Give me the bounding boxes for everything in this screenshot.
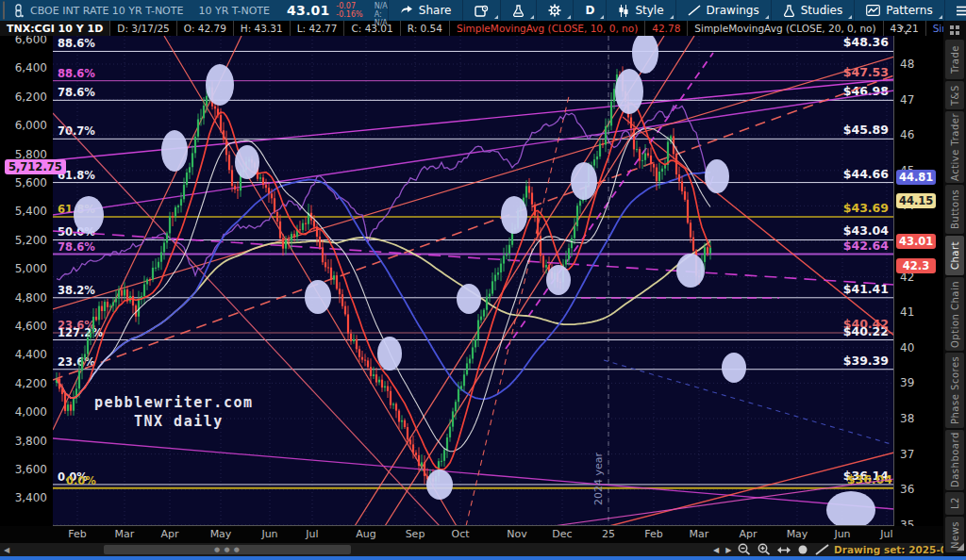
sidebar-tab-trade[interactable]: Trade xyxy=(945,40,964,79)
candle-body xyxy=(101,306,103,311)
candle-body xyxy=(327,267,329,268)
caret xyxy=(530,15,534,19)
ellipse-drawing xyxy=(632,36,658,74)
candle-body xyxy=(206,96,208,106)
candle-body xyxy=(223,130,225,140)
candle-body xyxy=(356,339,358,350)
more-list-button[interactable] xyxy=(944,0,966,21)
candle-body xyxy=(175,207,176,217)
symbol-selector[interactable]: TNX:CGI ▼ xyxy=(3,1,5,20)
candle-body xyxy=(534,205,536,216)
scrollbar-handle[interactable]: ● ● ● xyxy=(104,545,351,554)
pan-right-icon[interactable]: ▶ xyxy=(725,546,731,554)
candle-body xyxy=(661,169,663,172)
ellipse-drawing xyxy=(74,196,104,234)
fib-pct-label: 88.6% xyxy=(58,67,95,80)
candle-body xyxy=(599,143,601,156)
sidebar-tab-dashboard[interactable]: Dashboard xyxy=(945,430,964,490)
candle-body xyxy=(469,359,471,364)
fib-price-label: $45.89 xyxy=(843,123,889,137)
studies-button[interactable]: Studies xyxy=(771,0,855,21)
candle-body xyxy=(98,306,100,321)
price-chart[interactable]: 88.6%$48.3688.6%$47.5378.6%$46.9870.7%$4… xyxy=(53,36,894,526)
ellipse-drawing xyxy=(457,284,481,314)
candle-body xyxy=(443,450,445,461)
pan-left-icon[interactable]: ◀ xyxy=(713,546,719,554)
left-axis-tick: 5,400 xyxy=(15,205,47,218)
candle-body xyxy=(576,206,578,226)
collapse-statusbar-icon[interactable] xyxy=(898,22,910,40)
month-label: Mar xyxy=(683,528,715,540)
drawings-button[interactable]: Drawings xyxy=(675,0,771,21)
candle-body xyxy=(387,387,389,391)
month-label: Jun xyxy=(254,528,286,540)
status-high: H: 43.31 xyxy=(234,21,291,36)
candle-body xyxy=(593,159,595,165)
candle-body xyxy=(336,275,338,288)
fib-pct-label: 0.0% xyxy=(66,474,96,487)
left-axis-tick: 5,600 xyxy=(15,176,47,189)
scroll-left-arrow[interactable]: ◀ xyxy=(4,546,9,554)
right-axis-tick: 47 xyxy=(900,93,914,107)
sidebar-tab-option-chain[interactable]: Option Chain xyxy=(945,277,964,351)
sma20-study-label[interactable]: SimpleMovingAvg (CLOSE, 20, 0, no) xyxy=(688,21,883,36)
sidebar-tab-chart[interactable]: Chart xyxy=(945,236,964,275)
share-button[interactable]: Share xyxy=(388,0,463,21)
candle-body xyxy=(681,181,683,191)
candle-body xyxy=(500,264,502,272)
sma10-study-label[interactable]: SimpleMovingAvg (CLOSE, 10, 0, no) xyxy=(450,21,645,36)
chart-plot-area[interactable]: 88.6%$48.3688.6%$47.5378.6%$46.9870.7%$4… xyxy=(53,36,894,526)
candle-body xyxy=(169,216,171,233)
price-bubble: 42.3 xyxy=(896,258,936,273)
candle-body xyxy=(418,455,420,466)
candle-body xyxy=(172,216,174,217)
chart-scrollbar-row: ◀ ● ● ● ◀ ▶ Drawing set: 2025-0307 xyxy=(0,543,943,556)
candle-body xyxy=(449,427,451,437)
analysis-tools-button[interactable] xyxy=(500,0,536,21)
candle-body xyxy=(613,89,615,101)
left-axis-tick: 4,000 xyxy=(15,405,47,419)
status-low: L: 42.77 xyxy=(291,21,345,36)
resize-grip[interactable] xyxy=(957,543,964,551)
candle-body xyxy=(107,302,108,307)
month-label: Apr xyxy=(154,528,186,540)
sma100-line xyxy=(57,238,710,398)
candle-body xyxy=(322,247,324,262)
candle-body xyxy=(630,118,632,128)
candle-body xyxy=(350,334,352,341)
sidebar-tab-active-trader[interactable]: Active Trader xyxy=(945,111,964,183)
economic-calendar-button[interactable] xyxy=(462,0,500,21)
patterns-button[interactable]: Patterns xyxy=(854,0,943,21)
candle-body xyxy=(531,192,533,204)
sidebar-tab-l2[interactable]: L2 xyxy=(945,492,964,515)
style-button[interactable]: Style xyxy=(606,0,675,21)
caret xyxy=(600,15,604,19)
candle-body xyxy=(319,237,321,247)
sidebar-tab-phase-scores[interactable]: Phase Scores xyxy=(945,353,964,428)
timeframe-button[interactable]: D xyxy=(573,0,606,21)
trendline-drawing xyxy=(53,231,894,285)
candle-body xyxy=(574,226,575,239)
patterns-icon xyxy=(866,5,880,16)
sidebar-tab-buttons[interactable]: Buttons xyxy=(945,185,964,234)
chart-nav-icons: ◀ ▶ xyxy=(713,543,829,556)
candle-body xyxy=(109,305,111,306)
sidebar-grid-icon[interactable] xyxy=(943,23,966,38)
fib-price-label: $42.64 xyxy=(843,239,890,253)
candle-body xyxy=(398,411,400,422)
fib-price-label: $48.36 xyxy=(843,36,890,49)
sidebar-tab-t-s[interactable]: T&S xyxy=(945,81,964,109)
left-axis-tick: 5,000 xyxy=(15,262,47,275)
ellipse-drawing xyxy=(377,337,402,371)
right-price-axis[interactable]: 484746454443424140393837363544.8144.1543… xyxy=(894,36,943,543)
candle-body xyxy=(568,248,570,259)
chart-settings-button[interactable] xyxy=(536,0,573,21)
candle-body xyxy=(452,411,454,426)
candle-body xyxy=(146,279,148,284)
candle-body xyxy=(186,173,188,185)
left-price-axis[interactable]: 6,6006,4006,2006,0005,8005,6005,4005,200… xyxy=(0,36,53,526)
candle-body xyxy=(704,247,706,262)
candle-body xyxy=(132,296,134,305)
chart-link-icon[interactable] xyxy=(13,4,24,18)
right-axis-tick: 38 xyxy=(900,412,914,425)
